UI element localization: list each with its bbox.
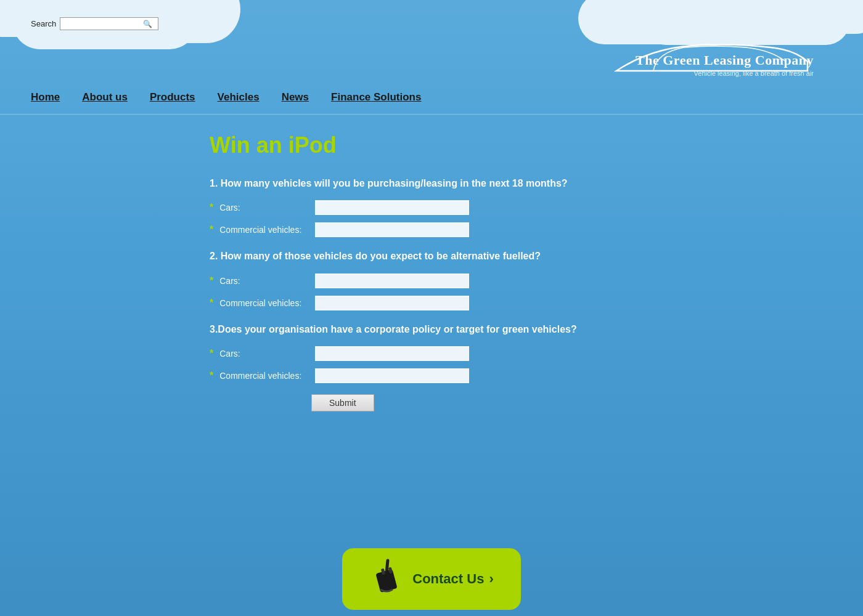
q3-cars-label: Cars:: [219, 349, 309, 359]
q3-commercial-required: *: [210, 370, 213, 381]
search-label: Search: [31, 19, 56, 28]
contact-us-label: Contact Us: [412, 571, 484, 587]
nav-finance-solutions[interactable]: Finance Solutions: [331, 91, 421, 103]
q3-commercial-input[interactable]: [315, 368, 469, 383]
plug-svg: [369, 557, 406, 601]
nav-about-us[interactable]: About us: [82, 91, 128, 103]
nav-news[interactable]: News: [282, 91, 309, 103]
plug-icon: [369, 557, 406, 601]
logo-area: The Green Leasing Company Vehicle leasin…: [604, 34, 814, 92]
q1-cars-label: Cars:: [219, 203, 309, 213]
q1-commercial-row: * Commercial vehicles:: [210, 222, 801, 237]
nav-divider: [0, 114, 863, 115]
main-nav: Home About us Products Vehicles News Fin…: [31, 91, 421, 103]
q2-commercial-row: * Commercial vehicles:: [210, 296, 801, 310]
q3-cars-input[interactable]: [315, 346, 469, 361]
q2-cars-row: * Cars:: [210, 274, 801, 288]
q2-cars-required: *: [210, 275, 213, 286]
q1-commercial-required: *: [210, 224, 213, 235]
question-3-text: 3.Does your organisation have a corporat…: [210, 323, 801, 336]
search-input-wrap: 🔍: [60, 17, 158, 30]
question-2: 2. How many of those vehicles do you exp…: [210, 249, 801, 310]
nav-vehicles[interactable]: Vehicles: [218, 91, 260, 103]
logo-text: The Green Leasing Company Vehicle leasin…: [636, 52, 814, 77]
contact-us-banner[interactable]: Contact Us ›: [342, 548, 521, 610]
q2-commercial-required: *: [210, 298, 213, 309]
question-1: 1. How many vehicles will you be purchas…: [210, 177, 801, 237]
contact-text-wrap: Contact Us ›: [412, 571, 493, 587]
page-title: Win an iPod: [210, 132, 801, 158]
search-bar: Search 🔍: [31, 17, 158, 30]
svg-rect-1: [376, 569, 398, 593]
main-content: Win an iPod 1. How many vehicles will yo…: [210, 132, 801, 424]
q2-cars-label: Cars:: [219, 276, 309, 286]
q3-cars-row: * Cars:: [210, 346, 801, 361]
search-input[interactable]: [63, 19, 143, 28]
search-icon-button[interactable]: 🔍: [143, 20, 152, 28]
nav-home[interactable]: Home: [31, 91, 60, 103]
q3-commercial-label: Commercial vehicles:: [219, 371, 309, 381]
q2-commercial-label: Commercial vehicles:: [219, 298, 309, 308]
question-3: 3.Does your organisation have a corporat…: [210, 323, 801, 411]
question-1-text: 1. How many vehicles will you be purchas…: [210, 177, 801, 190]
q1-commercial-input[interactable]: [315, 222, 469, 237]
q1-cars-required: *: [210, 202, 213, 213]
question-2-text: 2. How many of those vehicles do you exp…: [210, 249, 801, 263]
q1-cars-row: * Cars:: [210, 200, 801, 215]
submit-button[interactable]: Submit: [311, 394, 374, 411]
q3-cars-required: *: [210, 348, 213, 359]
q2-commercial-input[interactable]: [315, 296, 469, 310]
company-name: The Green Leasing Company: [636, 52, 814, 68]
company-tagline: Vehicle leasing, like a breath of fresh …: [636, 70, 814, 77]
q3-commercial-row: * Commercial vehicles:: [210, 368, 801, 383]
submit-row: Submit: [311, 394, 801, 411]
q1-commercial-label: Commercial vehicles:: [219, 225, 309, 235]
q1-cars-input[interactable]: [315, 200, 469, 215]
nav-products[interactable]: Products: [150, 91, 195, 103]
q2-cars-input[interactable]: [315, 274, 469, 288]
contact-arrow-icon: ›: [489, 571, 493, 587]
